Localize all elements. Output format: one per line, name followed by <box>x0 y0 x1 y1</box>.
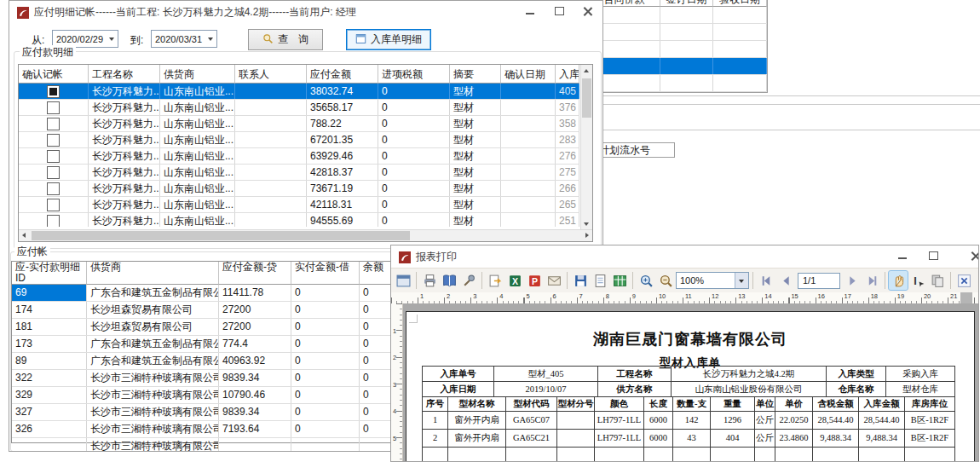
confirm-checkbox[interactable] <box>47 166 60 179</box>
zoom-level-select[interactable]: 100% <box>676 272 749 289</box>
horizontal-scrollbar[interactable] <box>19 229 592 241</box>
column-header[interactable]: 确认日期 <box>501 65 556 84</box>
svg-text:I: I <box>914 274 917 286</box>
column-header[interactable]: 实付金额-借 <box>291 262 360 285</box>
confirm-checkbox[interactable] <box>47 182 60 195</box>
confirm-checkbox[interactable] <box>47 85 60 98</box>
table-row[interactable]: 327长沙市三湘特种玻璃有限公司9839.3400 <box>12 404 412 421</box>
column-header[interactable]: 摘要 <box>450 65 501 84</box>
table-row[interactable]: 长沙万科魅力...山东南山铝业...67201.350型材283 <box>19 132 579 148</box>
chevron-down-icon[interactable] <box>735 273 748 288</box>
column-header[interactable]: 工程名称 <box>89 65 160 84</box>
last-page-icon[interactable] <box>862 271 881 290</box>
ruler-number: 9 <box>632 292 636 300</box>
table-row[interactable]: 长沙万科魅力...山东南山铝业...35658.170型材376 <box>19 100 579 116</box>
copy-page-icon[interactable] <box>928 271 947 290</box>
table-row[interactable]: 322长沙市三湘特种玻璃有限公司9839.3400 <box>12 370 412 387</box>
table-row[interactable]: 长沙万科魅力...山东南山铝业...38032.740型材405 <box>19 84 579 100</box>
scroll-down-icon[interactable] <box>584 222 589 226</box>
maximize-button[interactable] <box>546 1 572 21</box>
book-icon[interactable] <box>440 271 458 290</box>
column-header[interactable]: 签订日期 <box>660 0 713 7</box>
column-header[interactable]: 进项税额 <box>378 65 450 84</box>
table-row[interactable]: 长沙市三湘特种玻璃有限公司 <box>12 438 412 452</box>
table-row[interactable] <box>589 41 767 58</box>
maximize-button[interactable] <box>920 245 946 266</box>
confirm-checkbox[interactable] <box>47 101 60 114</box>
pdf-icon[interactable]: P <box>525 271 544 290</box>
export-icon[interactable] <box>486 271 504 290</box>
table-row[interactable]: 329长沙市三湘特种玻璃有限公司10790.4600 <box>12 387 412 404</box>
column-header[interactable]: 应付金额 <box>307 65 378 84</box>
mail-icon[interactable] <box>545 271 563 290</box>
first-page-icon[interactable] <box>757 271 775 290</box>
column-header[interactable]: 应-实付款明细ID <box>12 262 87 285</box>
column-header: 颜色 <box>595 397 644 412</box>
ruler-number: 5 <box>526 292 529 300</box>
close-button[interactable] <box>963 245 979 266</box>
table-icon[interactable] <box>610 271 629 290</box>
confirm-checkbox[interactable] <box>47 118 60 130</box>
column-header[interactable]: 供货商 <box>160 65 235 84</box>
table-row[interactable]: 长沙万科魅力...山东南山铝业...42818.370型材275 <box>19 165 579 181</box>
table-row[interactable]: 173广东合和建筑五金制品有限公司774.400 <box>12 336 412 353</box>
table-row[interactable]: 181长沙坦森贸易有限公司2720000 <box>12 319 412 336</box>
vertical-scrollbar[interactable] <box>580 65 592 230</box>
confirm-checkbox[interactable] <box>47 150 60 163</box>
options-icon[interactable] <box>459 271 478 290</box>
minimize-button[interactable] <box>517 1 543 21</box>
next-page-icon[interactable] <box>843 271 862 290</box>
table-row[interactable] <box>589 7 767 24</box>
table-row[interactable] <box>589 58 767 75</box>
plan-serial-field[interactable]: 计划流水号 <box>597 142 675 158</box>
column-header[interactable]: 确认记帐 <box>19 65 89 84</box>
column-header[interactable]: 供货商 <box>87 262 219 285</box>
excel-icon[interactable]: X <box>505 271 524 290</box>
designer-icon[interactable] <box>394 271 412 290</box>
scrollbar-thumb[interactable] <box>32 231 410 240</box>
confirm-checkbox[interactable] <box>47 215 60 227</box>
save-icon[interactable] <box>571 271 590 290</box>
table-row[interactable]: 69广东合和建筑五金制品有限公司11411.7800 <box>12 285 412 302</box>
info-value: 型材仓库 <box>886 382 955 397</box>
table-row[interactable]: 长沙万科魅力...山东南山铝业...94555.690型材251 <box>19 213 579 227</box>
column-header: 型材代码 <box>506 397 557 412</box>
toolbar-separator <box>567 272 568 289</box>
close-button[interactable] <box>575 1 601 21</box>
to-date-select[interactable]: 2020/03/31 <box>151 30 217 48</box>
text-select-tool-icon[interactable]: I <box>908 271 927 290</box>
confirm-checkbox[interactable] <box>47 134 60 147</box>
zoom-in-icon[interactable] <box>637 271 655 290</box>
table-row[interactable]: 长沙万科魅力...山东南山铝业...42118.310型材265 <box>19 197 579 213</box>
table-row[interactable]: 89广东合和建筑五金制品有限公司40963.9200 <box>12 353 412 370</box>
column-header[interactable]: 联系人 <box>235 65 307 84</box>
table-row[interactable] <box>589 24 767 41</box>
scroll-left-icon[interactable] <box>22 233 26 238</box>
close-preview-icon[interactable] <box>954 271 973 290</box>
hand-tool-icon[interactable] <box>889 271 908 290</box>
table-row[interactable]: 长沙万科魅力...山东南山铝业...788.220型材358 <box>19 116 579 132</box>
table-row[interactable]: 长沙万科魅力...山东南山铝业...63929.460型材276 <box>19 148 579 165</box>
column-header[interactable]: 应付金额-贷 <box>219 262 291 285</box>
scrollbar-thumb[interactable] <box>582 78 591 118</box>
table-row[interactable]: 长沙万科魅力...山东南山铝业...73671.190型材266 <box>19 181 579 197</box>
column-header[interactable]: 入库 <box>556 65 579 84</box>
confirm-checkbox[interactable] <box>47 199 60 211</box>
column-header[interactable]: 验收日期 <box>713 0 767 7</box>
table-row[interactable]: 174长沙坦森贸易有限公司2720000 <box>12 302 412 319</box>
inbound-detail-button[interactable]: 入库单明细 <box>346 29 431 50</box>
page-number-input[interactable]: 1/1 <box>798 273 840 289</box>
query-button[interactable]: 查 询 <box>248 29 323 50</box>
table-row[interactable]: 326长沙市三湘特种玻璃有限公司7193.6400 <box>12 421 412 438</box>
minimize-button[interactable] <box>890 245 915 266</box>
prev-page-icon[interactable] <box>776 271 795 290</box>
scroll-right-icon[interactable] <box>585 233 589 238</box>
title-bar[interactable]: 报表打印 <box>391 245 978 269</box>
table-row[interactable] <box>589 75 767 92</box>
svg-text:P: P <box>531 275 537 286</box>
title-bar[interactable]: 应付明细记帐------当前工程: 长沙万科魅力之城4.2期------当前用户… <box>9 1 602 24</box>
print-icon[interactable] <box>420 271 439 290</box>
page-icon[interactable] <box>591 271 609 290</box>
zoom-out-icon[interactable] <box>656 271 675 290</box>
scroll-up-icon[interactable] <box>584 69 589 72</box>
